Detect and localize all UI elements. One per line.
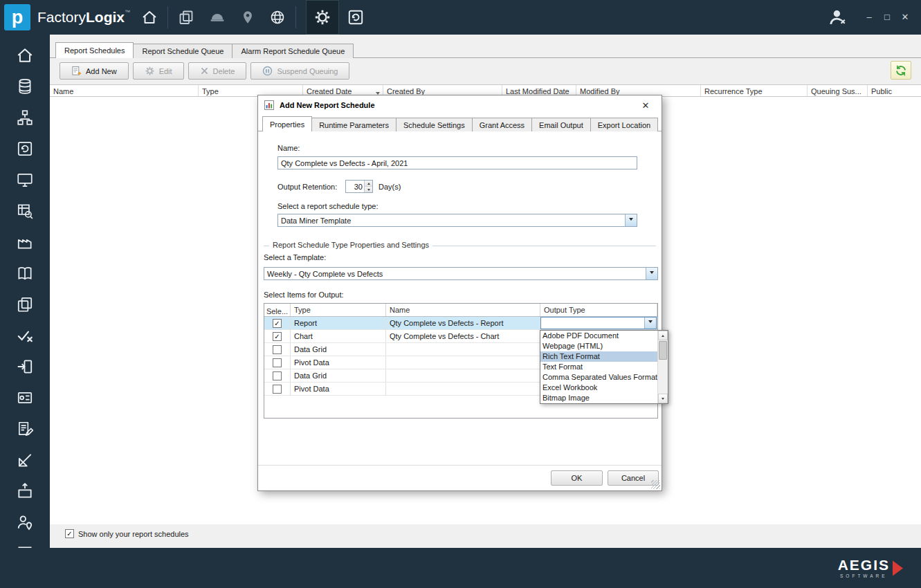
sidebar-item-documentation[interactable] <box>13 264 37 283</box>
sidebar-item-history[interactable] <box>13 139 37 158</box>
row-checkbox[interactable] <box>273 371 282 380</box>
documents-nav-button[interactable] <box>178 9 194 26</box>
tab-export-location[interactable]: Export Location <box>590 118 658 131</box>
sidebar-item-transfer[interactable] <box>13 357 37 376</box>
sidebar-item-factory[interactable] <box>13 232 37 252</box>
factory-icon <box>16 233 34 251</box>
dropdown-option[interactable]: Text Format <box>540 362 657 372</box>
recovery-nav-button[interactable] <box>339 0 372 35</box>
scrollbar-thumb[interactable] <box>659 341 667 360</box>
edit-button[interactable]: Edit <box>133 62 184 80</box>
sidebar-item-home[interactable] <box>13 46 37 65</box>
tab-runtime-parameters[interactable]: Runtime Parameters <box>311 118 396 131</box>
user-logout-button[interactable] <box>827 8 848 27</box>
show-only-mine-checkbox[interactable]: ✓ <box>65 529 74 538</box>
combo-arrow-icon <box>629 218 633 223</box>
production-nav-button[interactable] <box>208 9 226 26</box>
row-checkbox[interactable] <box>273 345 282 354</box>
sidebar-item-verify[interactable] <box>13 326 37 345</box>
sidebar-item-shipping[interactable] <box>13 481 37 501</box>
combo-dropdown-button[interactable] <box>646 268 657 279</box>
output-retention-label: Output Retention: <box>277 183 337 191</box>
globe-icon <box>269 9 286 26</box>
dropdown-option-highlighted[interactable]: Rich Text Format <box>540 351 657 362</box>
settings-nav-button[interactable] <box>306 0 339 35</box>
up-arrow-icon <box>662 333 664 337</box>
stepper-down-button[interactable] <box>365 187 372 192</box>
dialog-close-button[interactable]: ✕ <box>635 100 656 111</box>
suspend-queuing-button[interactable]: Suspend Queuing <box>250 62 349 80</box>
row-checkbox[interactable]: ✓ <box>273 332 282 341</box>
delete-button[interactable]: Delete <box>188 62 247 80</box>
row-checkbox[interactable] <box>273 385 282 394</box>
add-new-button[interactable]: Add New <box>60 62 129 80</box>
column-header-queuing-suspended[interactable]: Queuing Sus... <box>808 85 868 96</box>
web-nav-button[interactable] <box>269 9 286 26</box>
dropdown-option[interactable]: Excel Workbook <box>540 383 657 393</box>
column-header-type[interactable]: Type <box>291 304 386 316</box>
row-checkbox[interactable] <box>273 358 282 367</box>
column-header-name[interactable]: Name <box>386 304 540 316</box>
tab-properties[interactable]: Properties <box>262 116 312 131</box>
combo-dropdown-button[interactable] <box>644 318 656 329</box>
output-retention-stepper[interactable]: 30 <box>345 180 373 193</box>
schedule-toolbar: Add New Edit Delete Suspe <box>60 62 349 80</box>
dropdown-option[interactable]: Bitmap Image <box>540 393 657 403</box>
sidebar-item-workflow[interactable] <box>13 108 37 127</box>
minimize-button[interactable]: – <box>860 8 878 26</box>
ruler-pencil-icon <box>16 451 34 469</box>
dropdown-scrollbar[interactable] <box>657 331 668 403</box>
row-checkbox[interactable]: ✓ <box>273 319 282 328</box>
column-header-output-type[interactable]: Output Type <box>540 304 657 316</box>
resize-grip[interactable] <box>651 480 660 489</box>
column-header-public[interactable]: Public <box>868 85 921 96</box>
sidebar-item-data[interactable] <box>13 77 37 96</box>
tracking-nav-button[interactable] <box>240 9 255 26</box>
tab-report-schedules[interactable]: Report Schedules <box>55 42 134 58</box>
output-type-combobox[interactable] <box>540 317 657 329</box>
schedule-type-combobox[interactable]: Data Miner Template <box>277 214 637 227</box>
tab-report-schedule-queue[interactable]: Report Schedule Queue <box>133 44 232 58</box>
sidebar-item-design[interactable] <box>13 450 37 470</box>
location-pin-icon <box>240 9 255 26</box>
hierarchy-icon <box>16 109 34 127</box>
stepper-up-button[interactable] <box>365 181 372 187</box>
dropdown-option[interactable]: Comma Separated Values Format <box>540 372 657 383</box>
column-header-recurrence-type[interactable]: Recurrence Type <box>701 85 808 96</box>
sidebar-item-station[interactable] <box>13 170 37 190</box>
output-type-value <box>541 318 644 329</box>
schedule-name-input[interactable] <box>277 156 637 169</box>
maximize-button[interactable]: □ <box>878 8 896 26</box>
sidebar-item-operator[interactable] <box>13 513 37 532</box>
sidebar-item-copy[interactable] <box>13 295 37 314</box>
ok-button[interactable]: OK <box>551 470 603 486</box>
column-header-name[interactable]: Name <box>50 85 199 96</box>
output-item-row[interactable]: ✓ Report Qty Complete vs Defects - Repor… <box>264 317 657 330</box>
tab-grant-access[interactable]: Grant Access <box>472 118 532 131</box>
tab-email-output[interactable]: Email Output <box>531 118 591 131</box>
tab-schedule-settings[interactable]: Schedule Settings <box>396 118 473 131</box>
refresh-button[interactable] <box>891 61 911 80</box>
schedule-type-value: Data Miner Template <box>278 214 625 226</box>
close-button[interactable]: ✕ <box>896 8 914 26</box>
aegis-arrow-icon <box>893 560 903 576</box>
home-nav-button[interactable] <box>141 9 158 26</box>
id-card-icon <box>16 389 34 407</box>
dialog-footer-rule <box>258 465 662 466</box>
bottom-bar: AEGIS SOFTWARE <box>0 548 921 588</box>
row-name <box>386 383 540 395</box>
column-header-selected[interactable]: Sele... <box>264 304 291 316</box>
dropdown-option[interactable]: Adobe PDF Document <box>540 331 657 341</box>
window-controls: – □ ✕ <box>827 8 921 27</box>
sidebar-item-data-search[interactable] <box>13 201 37 221</box>
scroll-down-button[interactable] <box>658 394 668 403</box>
grid-search-icon <box>16 202 34 220</box>
tab-alarm-report-schedule-queue[interactable]: Alarm Report Schedule Queue <box>232 44 354 58</box>
combo-dropdown-button[interactable] <box>625 214 637 226</box>
template-combobox[interactable]: Weekly - Qty Complete vs Defects <box>264 267 658 280</box>
sidebar-item-edit-document[interactable] <box>13 419 37 439</box>
sidebar-item-panel[interactable] <box>13 388 37 407</box>
scroll-up-button[interactable] <box>658 331 668 340</box>
dialog-title-bar[interactable]: Add New Report Schedule ✕ <box>258 95 662 115</box>
dropdown-option[interactable]: Webpage (HTML) <box>540 341 657 351</box>
